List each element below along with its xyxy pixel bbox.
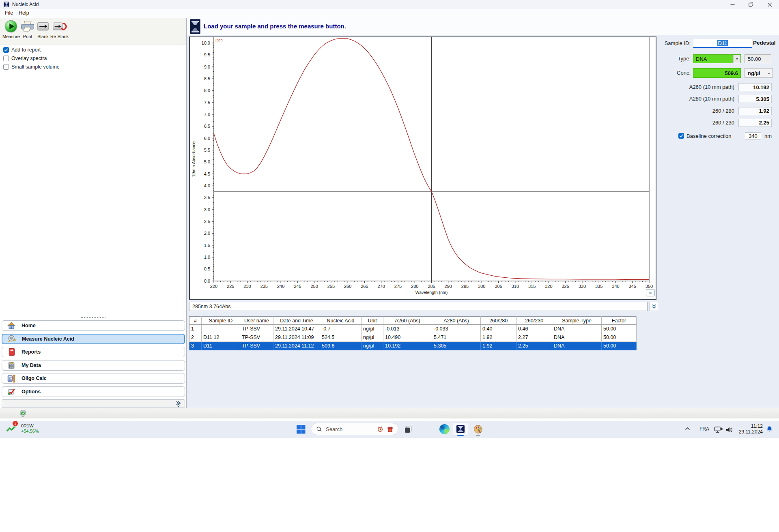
start-button[interactable]: [296, 425, 306, 434]
table-cell[interactable]: 29.11.2024 11:12: [273, 342, 320, 350]
sidebar-item-label: Measure Nucleic Acid: [22, 336, 74, 342]
table-header-cell[interactable]: #: [189, 317, 202, 325]
baseline-wavelength-input[interactable]: 340: [745, 132, 761, 140]
table-cell[interactable]: 2.27: [516, 333, 552, 342]
unchecked-checkbox[interactable]: [3, 64, 9, 70]
unchecked-checkbox[interactable]: [3, 56, 9, 61]
print-button[interactable]: Print: [20, 19, 35, 39]
sidebar-item-options[interactable]: Options: [2, 386, 185, 397]
taskbar-clock[interactable]: 11:12 29.11.2024: [734, 423, 763, 435]
baseline-correction-checkbox[interactable]: [678, 133, 684, 139]
type-value: DNA: [696, 56, 707, 62]
table-cell[interactable]: ng/µl: [362, 342, 383, 350]
checked-checkbox[interactable]: [3, 47, 9, 53]
minimize-button[interactable]: [723, 0, 742, 9]
taskbar-stocks-widget[interactable]: 1 0R1W +54.56%: [6, 423, 39, 434]
table-cell[interactable]: 10.490: [383, 333, 432, 342]
taskbar-search[interactable]: Search: [311, 423, 398, 435]
table-header-cell[interactable]: Nucleic Acid: [320, 317, 362, 325]
table-cell[interactable]: 29.11.2024 11:09: [273, 333, 320, 342]
checkbox-row-overlay-spectra[interactable]: Overlay spectra: [3, 56, 47, 61]
table-cell[interactable]: 1.92: [481, 333, 516, 342]
table-cell[interactable]: 0.46: [516, 325, 552, 333]
network-icon[interactable]: [714, 426, 723, 433]
menu-file[interactable]: File: [5, 10, 13, 16]
svg-text:8.0: 8.0: [204, 88, 210, 93]
table-cell[interactable]: D11 12: [202, 333, 240, 342]
table-cell[interactable]: 2.25: [516, 342, 552, 350]
table-cell[interactable]: DNA: [552, 342, 602, 350]
table-cell[interactable]: [202, 325, 240, 333]
table-cell[interactable]: 10.192: [383, 342, 432, 350]
taskbar-overflow-chevron-icon[interactable]: [685, 427, 690, 431]
readout-expand-button[interactable]: [650, 302, 658, 311]
measure-button[interactable]: Measure: [2, 19, 20, 39]
edge-browser-icon[interactable]: [439, 424, 450, 434]
table-cell[interactable]: 5.471: [432, 333, 481, 342]
language-indicator[interactable]: FRA: [699, 426, 709, 432]
sample-id-input[interactable]: D11: [693, 39, 752, 48]
volume-icon[interactable]: [725, 427, 734, 433]
sidebar-item-oligo-calc[interactable]: Oligo Calc: [2, 373, 185, 384]
chart-collapse-button[interactable]: «: [646, 289, 655, 296]
type-dropdown[interactable]: DNA ▼: [693, 54, 741, 63]
splitter-handle[interactable]: [81, 317, 105, 320]
close-button[interactable]: [760, 0, 779, 9]
table-cell[interactable]: TP-SSV: [240, 342, 273, 350]
table-row[interactable]: 1TP-SSV29.11.2024 10:47-0.7ng/µl-0.013-0…: [189, 325, 637, 333]
sidebar-collapse-bar[interactable]: [2, 399, 185, 408]
table-cell[interactable]: TP-SSV: [240, 325, 273, 333]
conc-unit-dropdown[interactable]: ng/µl ⌄: [745, 68, 773, 78]
table-cell[interactable]: 29.11.2024 10:47: [273, 325, 320, 333]
table-cell[interactable]: DNA: [552, 333, 602, 342]
table-header-cell[interactable]: Sample ID: [202, 317, 240, 325]
table-row[interactable]: 2D11 12TP-SSV29.11.2024 11:09524.5ng/µl1…: [189, 333, 637, 342]
table-cell[interactable]: ng/µl: [362, 333, 383, 342]
table-cell[interactable]: 50.00: [602, 333, 637, 342]
table-cell[interactable]: D11: [202, 342, 240, 350]
table-cell[interactable]: DNA: [552, 325, 602, 333]
table-header-cell[interactable]: User name: [240, 317, 273, 325]
table-header-cell[interactable]: Factor: [602, 317, 637, 325]
table-header-cell[interactable]: Date and Time: [273, 317, 320, 325]
table-cell[interactable]: 50.00: [602, 342, 637, 350]
table-header-cell[interactable]: 260/280: [481, 317, 516, 325]
table-header-cell[interactable]: Unit: [362, 317, 383, 325]
table-header-cell[interactable]: A260 (Abs): [383, 317, 432, 325]
checkbox-row-small-sample-volume[interactable]: Small sample volume: [3, 64, 60, 70]
table-header-cell[interactable]: 260/230: [516, 317, 552, 325]
table-cell[interactable]: ng/µl: [362, 325, 383, 333]
factor-field[interactable]: 50.00: [745, 54, 771, 63]
table-cell[interactable]: -0.033: [432, 325, 481, 333]
table-cell[interactable]: 524.5: [320, 333, 362, 342]
table-header-cell[interactable]: A280 (Abs): [432, 317, 481, 325]
table-cell[interactable]: 5.305: [432, 342, 481, 350]
table-cell[interactable]: 509.6: [320, 342, 362, 350]
table-cell[interactable]: 3: [189, 342, 202, 350]
table-cell[interactable]: -0.7: [320, 325, 362, 333]
restore-button[interactable]: [742, 0, 760, 9]
table-cell[interactable]: -0.013: [383, 325, 432, 333]
task-view-icon[interactable]: [404, 425, 413, 434]
spectrum-chart[interactable]: 0.00.51.01.52.02.53.03.54.04.55.05.56.06…: [190, 37, 656, 299]
table-cell[interactable]: TP-SSV: [240, 333, 273, 342]
paint-app-icon[interactable]: [473, 424, 483, 434]
menu-help[interactable]: Help: [19, 10, 29, 16]
table-header-cell[interactable]: Sample Type: [552, 317, 602, 325]
checkbox-row-add-to-report[interactable]: Add to report: [3, 47, 41, 53]
double-chevron-right-icon[interactable]: [175, 400, 181, 407]
table-cell[interactable]: 0.40: [481, 325, 516, 333]
sidebar-item-measure-nucleic-acid[interactable]: Measure Nucleic Acid: [2, 334, 185, 344]
sidebar-item-home[interactable]: Home: [2, 320, 185, 331]
re-blank-button[interactable]: Re-Blank: [50, 19, 69, 39]
nucleic-acid-app-tile[interactable]: [453, 422, 468, 436]
table-cell[interactable]: 1: [189, 325, 202, 333]
sidebar-item-my-data[interactable]: My Data: [2, 360, 185, 371]
table-cell[interactable]: 2: [189, 333, 202, 342]
table-cell[interactable]: 1.92: [481, 342, 516, 350]
sidebar-item-reports[interactable]: Reports: [2, 347, 185, 357]
notification-bell-icon[interactable]: [766, 425, 773, 433]
table-row[interactable]: 3D11TP-SSV29.11.2024 11:12509.6ng/µl10.1…: [189, 342, 637, 350]
blank-button[interactable]: Blank: [36, 19, 50, 39]
table-cell[interactable]: 50.00: [602, 325, 637, 333]
